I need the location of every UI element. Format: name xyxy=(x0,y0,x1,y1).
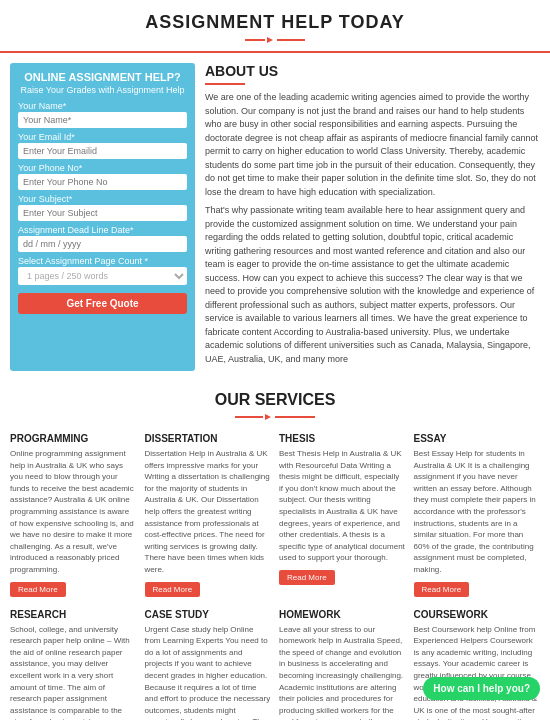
service-title: COURSEWORK xyxy=(414,609,541,620)
page-count-select[interactable]: 1 pages / 250 words xyxy=(18,267,187,285)
service-text: Best Thesis Help in Australia & UK with … xyxy=(279,448,406,564)
read-more-button[interactable]: Read More xyxy=(145,582,201,597)
services-section: OUR SERVICES PROGRAMMING Online programm… xyxy=(0,381,550,720)
phone-input[interactable] xyxy=(18,174,187,190)
service-card: THESIS Best Thesis Help in Australia & U… xyxy=(279,433,406,601)
main-section: ONLINE ASSIGNMENT HELP? Raise Your Grade… xyxy=(0,53,550,381)
chat-bubble[interactable]: How can I help you? xyxy=(423,677,540,700)
read-more-button[interactable]: Read More xyxy=(414,582,470,597)
service-text: Urgent Case study help Online from Learn… xyxy=(145,624,272,720)
service-text: Leave all your stress to our homework he… xyxy=(279,624,406,720)
deadline-input[interactable] xyxy=(18,236,187,252)
form-heading: ONLINE ASSIGNMENT HELP? xyxy=(18,71,187,83)
about-paragraph-2: That's why passionate writing team avail… xyxy=(205,204,540,366)
form-panel: ONLINE ASSIGNMENT HELP? Raise Your Grade… xyxy=(10,63,195,371)
service-text: Online programming assignment help in Au… xyxy=(10,448,137,576)
form-subtitle: Raise Your Grades with Assignment Help xyxy=(18,85,187,95)
services-heading: OUR SERVICES xyxy=(10,391,540,409)
read-more-button[interactable]: Read More xyxy=(279,570,335,585)
service-title: CASE STUDY xyxy=(145,609,272,620)
page-count-label: Select Assignment Page Count * xyxy=(18,256,187,266)
service-card: DISSERTATION Dissertation Help in Austra… xyxy=(145,433,272,601)
service-text: Dissertation Help in Australia & UK offe… xyxy=(145,448,272,576)
read-more-button[interactable]: Read More xyxy=(10,582,66,597)
page-header: ASSIGNMENT HELP TODAY xyxy=(0,0,550,53)
about-paragraph-1: We are one of the leading academic writi… xyxy=(205,91,540,199)
name-input[interactable] xyxy=(18,112,187,128)
service-card: PROGRAMMING Online programming assignmen… xyxy=(10,433,137,601)
service-title: RESEARCH xyxy=(10,609,137,620)
service-card: CASE STUDY Urgent Case study help Online… xyxy=(145,609,272,720)
page-title: ASSIGNMENT HELP TODAY xyxy=(0,12,550,33)
service-text: Best Coursework help Online from Experie… xyxy=(414,624,541,720)
header-underline xyxy=(245,37,305,43)
about-heading: ABOUT US xyxy=(205,63,540,79)
service-title: PROGRAMMING xyxy=(10,433,137,444)
name-label: Your Name* xyxy=(18,101,187,111)
email-input[interactable] xyxy=(18,143,187,159)
service-card: HOMEWORK Leave all your stress to our ho… xyxy=(279,609,406,720)
service-title: ESSAY xyxy=(414,433,541,444)
subject-label: Your Subject* xyxy=(18,194,187,204)
subject-input[interactable] xyxy=(18,205,187,221)
service-title: HOMEWORK xyxy=(279,609,406,620)
svg-marker-1 xyxy=(267,37,273,43)
service-text: Best Essay Help for students in Australi… xyxy=(414,448,541,576)
email-label: Your Email Id* xyxy=(18,132,187,142)
service-card: RESEARCH School, college, and university… xyxy=(10,609,137,720)
service-card: ESSAY Best Essay Help for students in Au… xyxy=(414,433,541,601)
get-quote-button[interactable]: Get Free Quote xyxy=(18,293,187,314)
about-underline xyxy=(205,83,245,85)
service-card: COURSEWORK Best Coursework help Online f… xyxy=(414,609,541,720)
phone-label: Your Phone No* xyxy=(18,163,187,173)
deadline-label: Assignment Dead Line Date* xyxy=(18,225,187,235)
services-divider xyxy=(10,411,540,423)
service-title: THESIS xyxy=(279,433,406,444)
service-text: School, college, and university research… xyxy=(10,624,137,720)
svg-marker-4 xyxy=(265,414,271,420)
about-panel: ABOUT US We are one of the leading acade… xyxy=(205,63,540,371)
service-title: DISSERTATION xyxy=(145,433,272,444)
